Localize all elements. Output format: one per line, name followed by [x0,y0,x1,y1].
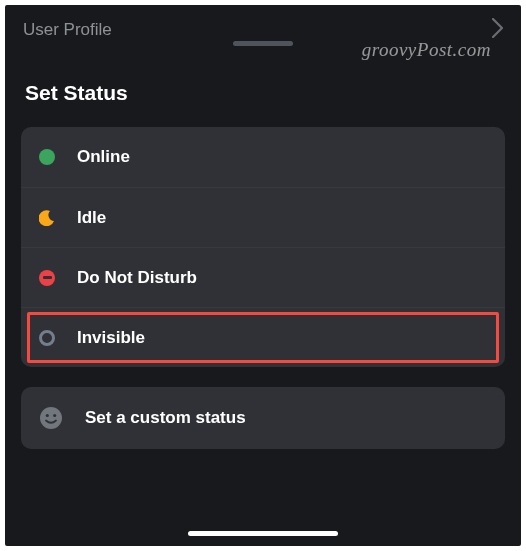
status-label: Idle [77,208,106,228]
chevron-right-icon[interactable] [492,16,503,44]
status-label: Online [77,147,130,167]
online-icon [39,149,55,165]
invisible-icon [39,330,55,346]
status-option-dnd[interactable]: Do Not Disturb [21,247,505,307]
user-profile-link[interactable]: User Profile [23,20,112,40]
svg-point-2 [53,414,56,417]
status-label: Do Not Disturb [77,268,197,288]
set-custom-status-button[interactable]: Set a custom status [21,387,505,449]
svg-point-1 [46,414,49,417]
status-option-invisible[interactable]: Invisible [21,307,505,367]
status-option-online[interactable]: Online [21,127,505,187]
emoji-smile-icon [39,406,63,430]
sheet-drag-handle[interactable] [233,41,293,46]
idle-icon [39,210,55,226]
status-label: Invisible [77,328,145,348]
custom-status-label: Set a custom status [85,408,246,428]
status-options-card: Online Idle Do Not Disturb Invisible [21,127,505,367]
top-row: User Profile [5,5,521,45]
dnd-icon [39,270,55,286]
sheet-title: Set Status [5,45,521,127]
app-frame: User Profile groovyPost.com Set Status O… [5,5,521,546]
svg-point-0 [40,407,62,429]
status-option-idle[interactable]: Idle [21,187,505,247]
home-indicator[interactable] [188,531,338,536]
